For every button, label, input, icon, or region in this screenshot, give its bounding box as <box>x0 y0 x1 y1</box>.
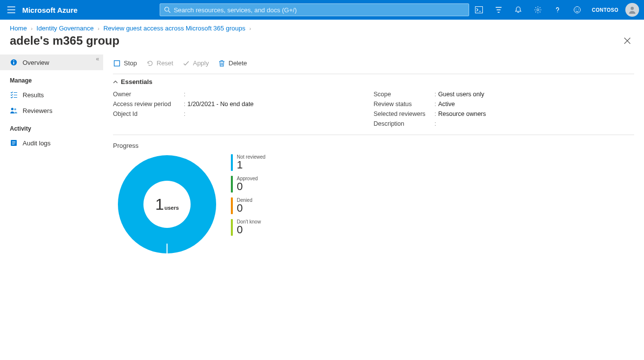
nav-reviewers-label: Reviewers <box>23 107 53 114</box>
svg-point-7 <box>631 7 634 10</box>
nav-reviewers[interactable]: Reviewers <box>0 103 103 118</box>
svg-point-0 <box>165 7 168 11</box>
breadcrumb-review-guest-access[interactable]: Review guest access across Microsoft 365… <box>103 25 245 32</box>
log-icon <box>10 139 18 147</box>
search-icon <box>164 6 171 13</box>
breadcrumb-home[interactable]: Home <box>10 25 27 32</box>
svg-point-12 <box>14 109 16 111</box>
svg-rect-2 <box>476 7 483 13</box>
essentials-owner-row: Owner : <box>113 89 374 99</box>
topbar-right-icons: CONTOSO <box>469 0 644 20</box>
command-bar: Stop Reset Apply Delete <box>113 53 634 74</box>
legend-color-swatch <box>231 219 233 236</box>
collapse-nav-button[interactable]: « <box>96 55 99 62</box>
status-label: Review status <box>374 101 433 108</box>
left-nav: « Overview Manage Results Reviewers Acti… <box>0 53 103 360</box>
svg-line-1 <box>168 11 170 13</box>
legend-not-reviewed-value: 1 <box>237 160 265 170</box>
legend-approved-value: 0 <box>237 181 258 192</box>
objectid-label: Object Id <box>113 111 182 117</box>
close-icon <box>624 37 631 44</box>
tenant-label: CONTOSO <box>587 7 623 13</box>
global-search[interactable] <box>160 3 469 16</box>
svg-point-11 <box>11 108 14 111</box>
chevron-up-icon <box>113 80 118 84</box>
nav-overview[interactable]: Overview <box>0 55 103 70</box>
close-button[interactable] <box>620 34 634 48</box>
chevron-right-icon: › <box>98 26 100 31</box>
essentials-desc-row: Description : <box>374 119 635 129</box>
search-input[interactable] <box>174 6 465 14</box>
svg-point-10 <box>13 60 14 61</box>
svg-point-5 <box>576 9 577 10</box>
delete-label: Delete <box>228 59 247 67</box>
legend-denied: Denied 0 <box>231 197 265 214</box>
essentials-grid: Owner : Access review period : 1/20/2021… <box>113 89 634 135</box>
legend-color-swatch <box>231 154 233 171</box>
legend-color-swatch <box>231 197 233 214</box>
person-icon <box>628 5 637 14</box>
reviewers-value: Resource owners <box>438 111 486 117</box>
check-icon <box>182 59 190 67</box>
cloud-shell-icon[interactable] <box>469 0 489 20</box>
apply-button: Apply <box>182 59 209 67</box>
essentials-reviewers-row: Selected reviewers : Resource owners <box>374 109 635 119</box>
nav-audit-logs[interactable]: Audit logs <box>0 135 103 151</box>
reviewers-label: Selected reviewers <box>374 111 433 117</box>
nav-results[interactable]: Results <box>0 87 103 103</box>
progress-section: 1 users Not reviewed 1 Approved 0 <box>113 153 634 253</box>
legend-color-swatch <box>231 176 233 193</box>
settings-icon[interactable] <box>528 0 548 20</box>
hamburger-menu[interactable] <box>0 0 22 20</box>
owner-label: Owner <box>113 91 182 98</box>
reset-label: Reset <box>157 59 173 67</box>
status-value: Active <box>438 101 455 108</box>
nav-section-manage: Manage <box>0 70 103 87</box>
brand-label[interactable]: Microsoft Azure <box>22 6 84 14</box>
nav-overview-label: Overview <box>23 59 49 66</box>
nav-results-label: Results <box>23 91 44 99</box>
legend-denied-value: 0 <box>237 203 252 214</box>
user-avatar[interactable] <box>625 3 639 17</box>
chevron-right-icon: › <box>249 26 251 31</box>
period-value: 1/20/2021 - No end date <box>187 101 253 108</box>
content-area: Stop Reset Apply Delete Essentials <box>103 53 644 360</box>
legend-not-reviewed: Not reviewed 1 <box>231 154 265 171</box>
period-label: Access review period <box>113 101 182 108</box>
donut-count: 1 <box>155 195 164 214</box>
svg-rect-14 <box>114 60 120 66</box>
donut-unit: users <box>165 205 179 211</box>
scope-value: Guest users only <box>438 91 484 98</box>
delete-button[interactable]: Delete <box>218 59 247 67</box>
directory-filter-icon[interactable] <box>489 0 508 20</box>
feedback-icon[interactable] <box>567 0 587 20</box>
hamburger-icon <box>7 6 15 13</box>
legend-approved: Approved 0 <box>231 176 265 193</box>
svg-rect-9 <box>13 62 14 64</box>
legend-dont-know: Don't know 0 <box>231 219 265 236</box>
help-icon[interactable] <box>548 0 567 20</box>
progress-legend: Not reviewed 1 Approved 0 Denied 0 <box>231 154 265 236</box>
nav-audit-logs-label: Audit logs <box>23 139 51 147</box>
essentials-toggle[interactable]: Essentials <box>113 74 634 89</box>
desc-label: Description <box>374 120 433 127</box>
notifications-icon[interactable] <box>508 0 528 20</box>
essentials-title: Essentials <box>121 78 152 85</box>
svg-point-3 <box>537 9 539 11</box>
page-title: adele's m365 group <box>10 34 620 48</box>
progress-title: Progress <box>113 135 634 153</box>
stop-icon <box>113 59 121 67</box>
apply-label: Apply <box>193 59 209 67</box>
svg-point-4 <box>574 7 581 13</box>
stop-button[interactable]: Stop <box>113 59 137 67</box>
nav-section-activity: Activity <box>0 118 103 135</box>
essentials-scope-row: Scope : Guest users only <box>374 89 635 99</box>
breadcrumb: Home › Identity Governance › Review gues… <box>0 20 644 34</box>
svg-point-6 <box>578 9 579 10</box>
page-title-row: adele's m365 group <box>0 34 644 53</box>
reset-button: Reset <box>146 59 173 67</box>
reset-icon <box>146 59 154 67</box>
checklist-icon <box>10 91 18 99</box>
breadcrumb-identity-governance[interactable]: Identity Governance <box>36 25 93 32</box>
essentials-period-row: Access review period : 1/20/2021 - No en… <box>113 99 374 109</box>
